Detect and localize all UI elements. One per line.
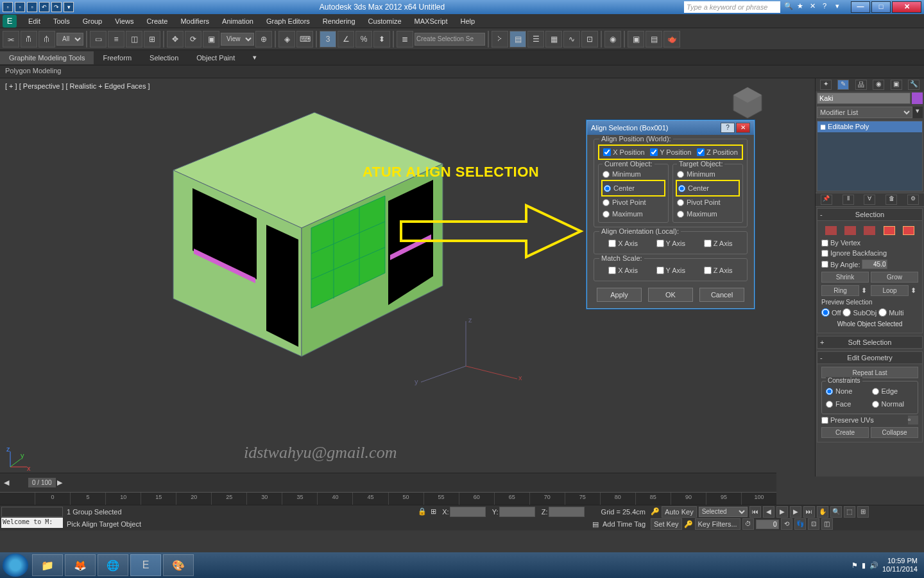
hierarchy-tab-icon[interactable]: 品 xyxy=(855,80,867,90)
taskbar-firefox-icon[interactable]: 🦊 xyxy=(65,554,96,576)
x-coord-input[interactable] xyxy=(450,507,486,517)
material-icon[interactable]: ◉ xyxy=(604,31,621,48)
menu-create[interactable]: Create xyxy=(140,17,174,25)
rendered-frame-icon[interactable]: ▤ xyxy=(646,31,662,48)
schematic-icon[interactable]: ⊡ xyxy=(581,31,598,48)
menu-help[interactable]: Help xyxy=(454,17,482,25)
nav-fov-icon[interactable]: ⬚ xyxy=(844,506,855,518)
curve-icon[interactable]: ∿ xyxy=(563,31,580,48)
preview-off-radio[interactable] xyxy=(821,308,830,317)
modifier-item-editable-poly[interactable]: ◼ Editable Poly xyxy=(817,121,922,132)
angle-snap-icon[interactable]: ∠ xyxy=(338,31,354,48)
y-position-checkbox[interactable]: Y Position xyxy=(650,148,691,156)
nav-max-icon[interactable]: ⊡ xyxy=(808,518,819,530)
keyboard-icon[interactable]: ⌨ xyxy=(296,31,313,48)
element-mode-icon[interactable] xyxy=(903,226,914,235)
target-center-radio[interactable]: Center xyxy=(677,182,739,194)
apply-button[interactable]: Apply xyxy=(597,288,642,302)
constraint-normal-radio[interactable]: Normal xyxy=(871,398,916,410)
menu-grapheditors[interactable]: Graph Editors xyxy=(260,17,316,25)
grow-button[interactable]: Grow xyxy=(871,272,918,283)
link-icon[interactable]: ⫘ xyxy=(3,31,19,48)
menu-views[interactable]: Views xyxy=(108,17,140,25)
collapse-button[interactable]: Collapse xyxy=(871,427,918,438)
goto-end-icon[interactable]: ⏭ xyxy=(803,506,815,518)
angle-spinner[interactable] xyxy=(862,259,887,269)
modlist-arrow-icon[interactable]: ▾ xyxy=(912,107,923,118)
object-color-swatch[interactable] xyxy=(912,92,923,104)
next-frame-icon[interactable]: ▶ xyxy=(790,506,801,518)
minimize-button[interactable]: — xyxy=(851,1,870,13)
goto-start-icon[interactable]: ⏮ xyxy=(749,506,761,518)
move-icon[interactable]: ✥ xyxy=(167,31,184,48)
taskbar-chrome-icon[interactable]: 🌐 xyxy=(98,554,128,576)
scale-x-checkbox[interactable]: X Axis xyxy=(608,267,638,274)
preserve-uv-settings-icon[interactable]: ▫ xyxy=(908,416,918,425)
z-coord-input[interactable] xyxy=(549,507,585,517)
loop-button[interactable]: Loop xyxy=(871,285,909,296)
nav-pan-icon[interactable]: ✋ xyxy=(817,506,828,518)
z-position-checkbox[interactable]: Z Position xyxy=(697,148,738,156)
scale-y-checkbox[interactable]: Y Axis xyxy=(656,267,685,274)
maximize-button[interactable]: □ xyxy=(871,1,891,13)
time-slider[interactable]: ◀ 0 / 100 ▶ xyxy=(0,473,776,492)
tab-objectpaint[interactable]: Object Paint xyxy=(187,51,244,64)
snap-3d-icon[interactable]: 3 xyxy=(320,31,336,48)
viewcube-icon[interactable] xyxy=(728,82,767,121)
current-pivot-radio[interactable]: Pivot Point xyxy=(601,197,665,208)
timeline-prev-icon[interactable]: ◀ xyxy=(4,478,9,487)
preview-subobj-radio[interactable] xyxy=(843,308,851,317)
select-name-icon[interactable]: ≡ xyxy=(108,31,124,48)
by-angle-checkbox[interactable] xyxy=(821,261,828,268)
ref-coord-dropdown[interactable]: View xyxy=(221,33,254,46)
mirror-icon[interactable]: ⧽ xyxy=(492,31,508,48)
target-maximum-radio[interactable]: Maximum xyxy=(676,208,740,220)
redo-icon[interactable]: ↷ xyxy=(51,2,62,12)
key-icon[interactable]: 🔑 xyxy=(684,520,693,529)
preview-multi-radio[interactable] xyxy=(878,308,887,317)
menu-modifiers[interactable]: Modifiers xyxy=(174,17,216,25)
y-coord-input[interactable] xyxy=(499,507,535,517)
window-cross-icon[interactable]: ⊞ xyxy=(144,31,160,48)
selection-set-input[interactable] xyxy=(415,33,485,46)
object-name-input[interactable] xyxy=(817,92,911,104)
rect-select-icon[interactable]: ◫ xyxy=(126,31,142,48)
create-tab-icon[interactable]: ✦ xyxy=(820,80,832,90)
taskbar-explorer-icon[interactable]: 📁 xyxy=(32,554,63,576)
dialog-help-button[interactable]: ? xyxy=(721,123,735,133)
layers-icon[interactable]: ☰ xyxy=(527,31,544,48)
app-logo-icon[interactable]: E xyxy=(3,15,17,28)
unique-icon[interactable]: ∀ xyxy=(864,195,875,205)
modify-tab-icon[interactable]: ✎ xyxy=(837,80,849,90)
polygon-mode-icon[interactable] xyxy=(884,226,895,235)
time-config-icon[interactable]: ⏱ xyxy=(742,518,754,530)
viewport-label[interactable]: [ + ] [ Perspective ] [ Realistic + Edge… xyxy=(5,82,150,90)
abs-rel-icon[interactable]: ⊞ xyxy=(431,507,436,516)
menu-tools[interactable]: Tools xyxy=(47,17,76,25)
infocenter-icons[interactable]: 🔍★✕?▾ xyxy=(784,2,846,12)
ok-button[interactable]: OK xyxy=(648,288,693,302)
motion-tab-icon[interactable]: ◉ xyxy=(873,80,884,90)
ignore-backfacing-checkbox[interactable] xyxy=(821,250,828,257)
preserve-uvs-checkbox[interactable] xyxy=(821,417,828,424)
nav-region-icon[interactable]: ◫ xyxy=(821,518,833,530)
open-icon[interactable]: ▫ xyxy=(15,2,25,12)
scale-z-checkbox[interactable]: Z Axis xyxy=(704,267,733,274)
align-icon[interactable]: ▤ xyxy=(509,31,526,48)
border-mode-icon[interactable] xyxy=(864,226,875,235)
maxscript-listener[interactable]: Welcome to M: xyxy=(1,518,63,528)
modifier-stack[interactable]: ◼ Editable Poly xyxy=(817,121,923,191)
frame-indicator[interactable]: 0 / 100 xyxy=(28,478,56,487)
time-ruler[interactable]: 0510152025303540455055606570758085909510… xyxy=(0,492,776,505)
soft-selection-rollout[interactable]: Soft Selection xyxy=(848,338,892,346)
vertex-mode-icon[interactable] xyxy=(825,226,837,235)
menu-rendering[interactable]: Rendering xyxy=(316,17,362,25)
menu-animation[interactable]: Animation xyxy=(216,17,260,25)
selection-rollout-header[interactable]: Selection xyxy=(855,211,884,218)
remove-mod-icon[interactable]: 🗑 xyxy=(886,195,897,205)
constraint-none-radio[interactable]: None xyxy=(825,385,869,397)
current-center-radio[interactable]: Center xyxy=(603,182,664,194)
orient-z-checkbox[interactable]: Z Axis xyxy=(704,240,733,247)
select-icon[interactable]: ▭ xyxy=(90,31,107,48)
undo-icon[interactable]: ↶ xyxy=(39,2,49,12)
